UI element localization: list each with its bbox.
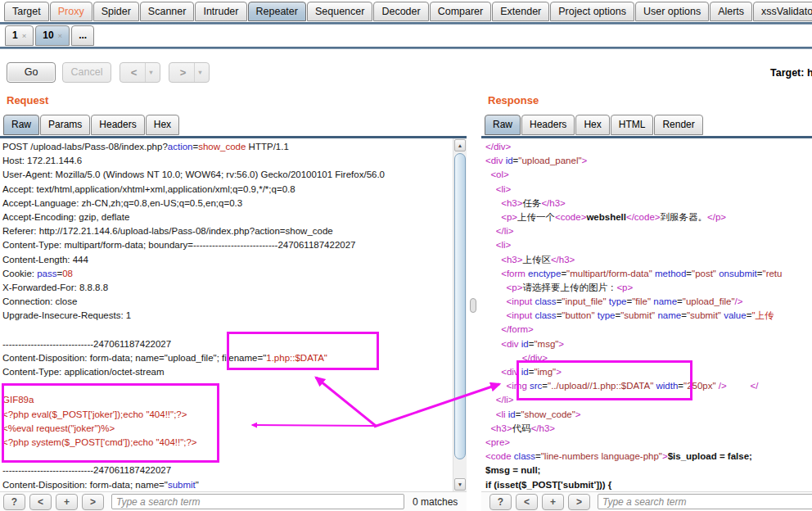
request-title: Request: [7, 94, 48, 106]
repeater-tab-[interactable]: ...: [71, 25, 94, 46]
search-prev-button[interactable]: <: [29, 494, 52, 510]
main-tab-bar: TargetProxySpiderScannerIntruderRepeater…: [0, 2, 812, 22]
chevron-left-icon: <: [124, 63, 145, 82]
subtab-bar-separator: [0, 47, 812, 49]
code-line: <div id="msg">: [485, 337, 810, 351]
panel-splitter-grip[interactable]: [470, 298, 476, 313]
request-view-tab-hex[interactable]: Hex: [146, 115, 179, 135]
tab-target[interactable]: Target: [4, 2, 49, 21]
code-line: Accept-Encoding: gzip, deflate: [2, 210, 452, 224]
response-editor-tabs: RawHeadersHexHTMLRender: [481, 115, 812, 136]
scrollbar-thumb[interactable]: [454, 153, 466, 459]
code-line: if (isset($_POST['submit'])) {: [485, 478, 810, 492]
tab-project-options[interactable]: Project options: [550, 2, 634, 21]
code-line: </form>: [485, 323, 810, 337]
tab-extender[interactable]: Extender: [492, 2, 549, 21]
tab-label: Comparer: [438, 6, 484, 17]
code-line: <li>: [485, 238, 810, 252]
code-line: <h3>上传区</h3>: [485, 253, 810, 267]
search-next-button[interactable]: >: [568, 494, 590, 510]
tab-label: ...: [79, 29, 87, 41]
code-line: <ol>: [485, 168, 810, 182]
code-line: $msg = null;: [485, 464, 810, 477]
scroll-up-icon[interactable]: ▲: [454, 139, 466, 151]
tab-scanner[interactable]: Scanner: [140, 2, 195, 21]
previous-request-button[interactable]: <▼: [120, 62, 160, 83]
response-search-input[interactable]: [598, 494, 812, 509]
search-add-button[interactable]: +: [56, 494, 78, 510]
code-line: </div>: [485, 140, 810, 154]
close-icon[interactable]: ×: [22, 31, 27, 40]
response-view-tab-html[interactable]: HTML: [611, 115, 654, 135]
response-view-tab-headers[interactable]: Headers: [521, 115, 575, 135]
code-line: Upgrade-Insecure-Requests: 1: [2, 309, 452, 323]
search-help-button[interactable]: ?: [489, 494, 512, 510]
dropdown-arrow-icon[interactable]: ▼: [194, 63, 206, 82]
code-line: <input class="button" type="submit" name…: [485, 309, 810, 323]
scroll-down-icon[interactable]: ▼: [454, 478, 466, 491]
tab-decoder[interactable]: Decoder: [373, 2, 428, 21]
code-line: <li id="show_code">: [485, 408, 810, 422]
response-view-tab-render[interactable]: Render: [654, 115, 702, 135]
tab-spider[interactable]: Spider: [93, 2, 139, 21]
response-view-tab-raw[interactable]: Raw: [485, 115, 521, 135]
tab-repeater[interactable]: Repeater: [248, 2, 306, 21]
repeater-tab-1[interactable]: 1×: [5, 25, 34, 46]
repeater-tab-10[interactable]: 10×: [35, 25, 70, 46]
tab-label: Proxy: [58, 6, 84, 17]
code-line: <input class="input_file" type="file" na…: [485, 295, 810, 309]
code-line: <code class="line-numbers language-php">…: [485, 450, 810, 464]
code-line: Connection: close: [2, 295, 452, 309]
close-icon[interactable]: ×: [58, 31, 63, 40]
response-editor[interactable]: </div><div id="upload_panel"> <ol> <li> …: [481, 136, 812, 491]
tab-label: Sequencer: [315, 6, 364, 17]
search-add-button[interactable]: +: [542, 494, 564, 510]
dropdown-arrow-icon[interactable]: ▼: [145, 63, 157, 82]
tab-label: Intruder: [203, 6, 238, 17]
code-line: <form enctype="multipart/form-data" meth…: [485, 267, 810, 281]
tab-label: Raw: [493, 119, 512, 130]
tab-label: Hex: [584, 119, 601, 130]
request-search-input[interactable]: [111, 494, 404, 509]
tab-bar-separator: [0, 22, 812, 25]
next-request-button[interactable]: >▼: [169, 62, 210, 83]
code-line: Accept: text/html,application/xhtml+xml,…: [2, 183, 452, 197]
code-line: </li>: [485, 224, 810, 238]
tab-label: 1: [12, 29, 18, 41]
annotation-box-img-div: [517, 360, 692, 400]
request-view-tab-params[interactable]: Params: [40, 115, 90, 135]
code-line: <h3>代码</h3>: [485, 422, 810, 436]
code-line: <p>请选择要上传的图片：<p>: [485, 281, 810, 295]
response-view-tab-hex[interactable]: Hex: [575, 115, 609, 135]
tab-alerts[interactable]: Alerts: [710, 2, 752, 21]
cancel-button[interactable]: Cancel: [62, 62, 111, 83]
code-line: Cookie: pass=08: [2, 267, 452, 281]
code-line: Content-Disposition: form-data; name="su…: [2, 478, 452, 492]
go-button[interactable]: Go: [7, 62, 56, 83]
tab-label: User options: [643, 6, 701, 17]
tab-intruder[interactable]: Intruder: [195, 2, 246, 21]
code-line: <pre>: [485, 436, 810, 450]
tab-comparer[interactable]: Comparer: [430, 2, 492, 21]
request-scrollbar[interactable]: ▲ ▼: [453, 138, 467, 491]
tab-label: Scanner: [148, 6, 187, 17]
search-prev-button[interactable]: <: [516, 494, 538, 510]
tab-label: Target: [12, 6, 41, 17]
tab-sequencer[interactable]: Sequencer: [307, 2, 372, 21]
tab-label: Raw: [11, 119, 31, 130]
response-raw-text: </div><div id="upload_panel"> <ol> <li> …: [485, 140, 810, 491]
tab-proxy[interactable]: Proxy: [50, 2, 92, 21]
code-line: Accept-Language: zh-CN,zh;q=0.8,en-US;q=…: [2, 197, 452, 210]
request-view-tab-headers[interactable]: Headers: [91, 115, 144, 135]
tab-xssvalidator[interactable]: xssValidator: [753, 2, 812, 21]
request-view-tab-raw[interactable]: Raw: [3, 115, 39, 135]
search-help-button[interactable]: ?: [3, 494, 25, 510]
tab-label: HTML: [619, 119, 646, 130]
code-line: <div id="upload_panel">: [485, 154, 810, 168]
search-next-button[interactable]: >: [82, 494, 104, 510]
code-line: POST /upload-labs/Pass-08/index.php?acti…: [2, 140, 452, 154]
target-label: Target: h: [770, 67, 812, 79]
tab-label: Decoder: [381, 6, 420, 17]
tab-label: Params: [48, 119, 82, 130]
tab-user-options[interactable]: User options: [635, 2, 709, 21]
